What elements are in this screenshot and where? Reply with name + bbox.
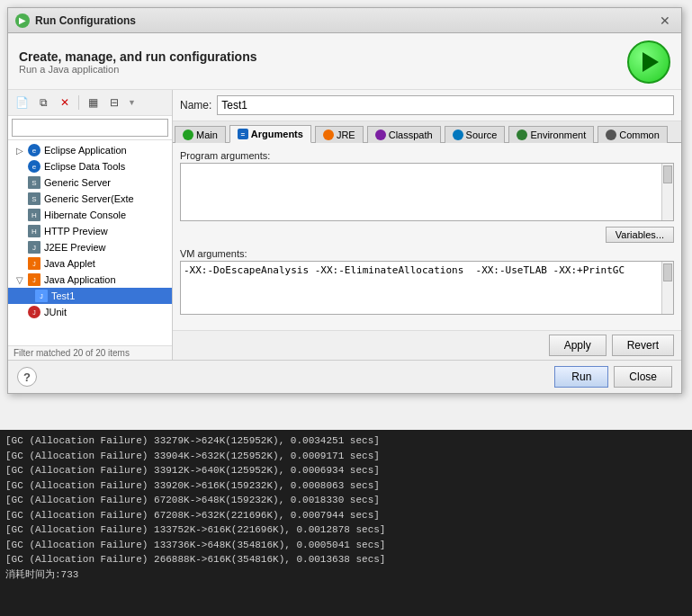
tab-source-label: Source — [466, 129, 498, 140]
eclipse-app-icon: e — [28, 144, 40, 156]
console-line: [GC (Allocation Failure) 33279K->624K(12… — [5, 433, 687, 449]
delete-config-button[interactable]: ✕ — [55, 93, 75, 112]
expand-icon — [22, 291, 31, 300]
variables-button[interactable]: Variables... — [606, 227, 674, 243]
console-line: [GC (Allocation Failure) 33912K->640K(12… — [5, 463, 687, 478]
arguments-tab-content: Program arguments: Variables... VM argum… — [173, 143, 681, 330]
tree-item-label: HTTP Preview — [44, 226, 108, 237]
collapse-button[interactable]: ⊟ — [104, 93, 124, 112]
footer-row: ? Run Close — [8, 360, 681, 393]
tree-item-label: Generic Server(Exte — [44, 193, 134, 204]
tree-item-j2ee-preview[interactable]: J J2EE Preview — [8, 239, 172, 255]
vm-args-input[interactable] — [181, 262, 673, 311]
tab-environment-label: Environment — [530, 129, 586, 140]
run-configurations-dialog: ▶ Run Configurations ✕ Create, manage, a… — [7, 7, 682, 394]
tree-item-label: Generic Server — [44, 177, 111, 188]
junit-icon: J — [28, 306, 40, 318]
vm-args-label: VM arguments: — [180, 248, 674, 259]
tree-item-label: Java Applet — [44, 258, 95, 269]
expand-icon: ▽ — [15, 275, 24, 284]
close-button[interactable]: Close — [614, 366, 672, 388]
tab-environment[interactable]: Environment — [508, 126, 594, 143]
tree-item-java-applet[interactable]: J Java Applet — [8, 255, 172, 272]
tree-item-label: Eclipse Data Tools — [44, 161, 125, 172]
tree-item-generic-server[interactable]: S Generic Server — [8, 174, 172, 191]
tree-item-label: Test1 — [51, 290, 75, 301]
variables-btn-row: Variables... — [180, 227, 674, 243]
vm-args-section: VM arguments: — [180, 248, 674, 315]
expand-icon — [15, 178, 24, 187]
header-subtitle: Run a Java application — [19, 64, 257, 75]
new-config-button[interactable]: 📄 — [12, 93, 31, 112]
program-args-label: Program arguments: — [180, 150, 674, 161]
search-box — [8, 116, 172, 140]
header-section: Create, manage, and run configurations R… — [8, 33, 681, 90]
tree-item-label: JUnit — [44, 307, 67, 317]
tree-item-eclipse-data[interactable]: e Eclipse Data Tools — [8, 158, 172, 174]
name-input[interactable] — [217, 95, 674, 115]
duplicate-config-button[interactable]: ⧉ — [33, 93, 53, 112]
http-icon: H — [28, 225, 40, 237]
tree-item-test1[interactable]: J Test1 — [8, 288, 172, 304]
scrollbar-thumb — [663, 165, 672, 183]
program-args-scrollbar[interactable] — [661, 164, 673, 220]
tree-item-label: Eclipse Application — [44, 145, 127, 156]
tree-item-java-application[interactable]: ▽ J Java Application — [8, 272, 172, 288]
expand-icon: ▷ — [15, 146, 24, 155]
console-output: [GC (Allocation Failure) 33279K->624K(12… — [0, 430, 692, 616]
tab-common-label: Common — [619, 129, 660, 140]
environment-tab-icon — [517, 129, 527, 140]
tree-item-hibernate-console[interactable]: H Hibernate Console — [8, 207, 172, 223]
program-args-section: Program arguments: — [180, 150, 674, 221]
applet-icon: J — [28, 257, 40, 270]
tab-main[interactable]: Main — [175, 126, 226, 143]
tree-item-http-preview[interactable]: H HTTP Preview — [8, 223, 172, 239]
tab-arguments[interactable]: = Arguments — [229, 125, 311, 143]
server-icon: S — [28, 176, 40, 189]
tree-item-label: J2EE Preview — [44, 242, 105, 253]
close-dialog-button[interactable]: ✕ — [656, 12, 674, 30]
j2ee-icon: J — [28, 241, 40, 254]
classpath-tab-icon — [375, 129, 386, 140]
program-args-input[interactable] — [181, 164, 673, 218]
tab-jre[interactable]: JRE — [315, 126, 364, 143]
run-triangle-icon — [643, 52, 659, 72]
source-tab-icon — [453, 129, 463, 140]
program-args-container — [180, 163, 674, 221]
tab-main-label: Main — [196, 129, 218, 140]
vm-args-scrollbar[interactable] — [661, 262, 673, 314]
apply-button[interactable]: Apply — [549, 335, 607, 356]
tree-item-eclipse-app[interactable]: ▷ e Eclipse Application — [8, 142, 172, 158]
tab-classpath[interactable]: Classpath — [367, 126, 441, 143]
vm-args-container — [180, 261, 674, 315]
main-content: 📄 ⧉ ✕ ▦ ⊟ ▼ ▷ e Eclipse Applica — [8, 90, 681, 360]
help-button[interactable]: ? — [17, 367, 37, 387]
expand-icon — [15, 227, 24, 236]
tab-jre-label: JRE — [337, 129, 355, 140]
toolbar-separator — [78, 95, 79, 110]
dialog-title: Run Configurations — [35, 14, 136, 27]
run-large-button[interactable] — [627, 40, 670, 84]
console-line: [GC (Allocation Failure) 266888K->616K(3… — [5, 552, 687, 567]
tree-item-junit[interactable]: J JUnit — [8, 304, 172, 320]
console-line: 消耗时间为:733 — [5, 567, 687, 583]
dialog-icon: ▶ — [15, 13, 30, 28]
header-title: Create, manage, and run configurations — [19, 49, 257, 64]
tree-item-generic-server-ext[interactable]: S Generic Server(Exte — [8, 191, 172, 207]
run-button[interactable]: Run — [554, 366, 608, 388]
console-line: [GC (Allocation Failure) 67208K->648K(15… — [5, 493, 687, 508]
tab-source[interactable]: Source — [445, 126, 506, 143]
filter-button[interactable]: ▦ — [83, 93, 103, 112]
dropdown-arrow[interactable]: ▼ — [128, 98, 136, 107]
jre-tab-icon — [323, 129, 334, 140]
filter-status: Filter matched 20 of 20 items — [8, 345, 172, 360]
revert-button[interactable]: Revert — [612, 335, 674, 356]
left-toolbar: 📄 ⧉ ✕ ▦ ⊟ ▼ — [8, 90, 172, 116]
tab-common[interactable]: Common — [598, 126, 668, 143]
search-input[interactable] — [12, 119, 168, 137]
vm-scrollbar-thumb — [663, 263, 672, 281]
console-line: [GC (Allocation Failure) 33920K->616K(15… — [5, 478, 687, 494]
tab-arguments-label: Arguments — [251, 129, 303, 139]
title-bar: ▶ Run Configurations ✕ — [8, 8, 681, 33]
footer-buttons: Run Close — [554, 366, 672, 388]
